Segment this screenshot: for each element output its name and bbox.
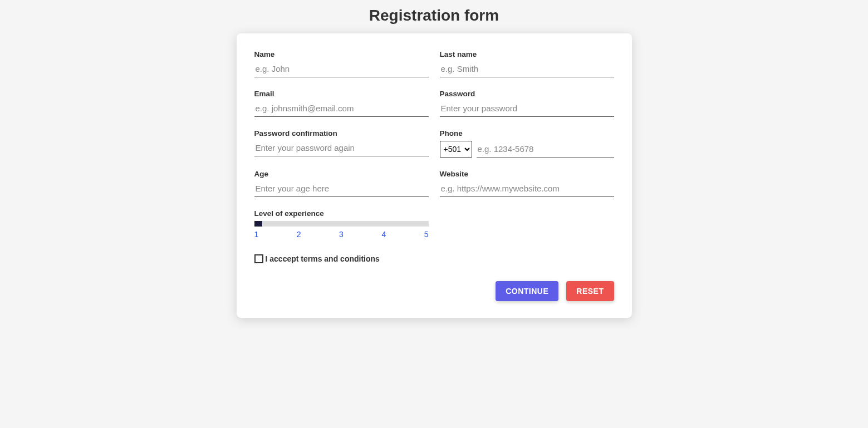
email-field-group: Email: [254, 90, 429, 117]
page-title: Registration form: [0, 0, 868, 33]
email-label: Email: [254, 90, 429, 98]
password-confirm-label: Password confirmation: [254, 129, 429, 137]
slider-tick-3: 3: [339, 230, 344, 239]
website-input[interactable]: [440, 181, 614, 197]
slider-tick-1: 1: [254, 230, 259, 239]
experience-slider-ticks: 1 2 3 4 5: [254, 230, 429, 239]
password-confirm-field-group: Password confirmation: [254, 129, 429, 158]
phone-field-group: Phone +501: [440, 129, 614, 158]
button-row: CONTINUE RESET: [254, 281, 614, 301]
phone-code-select[interactable]: +501: [440, 141, 472, 158]
phone-input[interactable]: [477, 142, 614, 158]
continue-button[interactable]: CONTINUE: [496, 281, 558, 301]
lastname-label: Last name: [440, 50, 614, 58]
experience-label: Level of experience: [254, 209, 429, 218]
experience-field-group: Level of experience 1 2 3 4 5: [254, 209, 429, 239]
experience-slider[interactable]: [254, 221, 429, 227]
experience-slider-thumb[interactable]: [254, 221, 262, 227]
name-input[interactable]: [254, 62, 429, 77]
registration-form-card: Name Last name Email Password Password c…: [237, 33, 632, 318]
reset-button[interactable]: RESET: [566, 281, 614, 301]
slider-tick-4: 4: [381, 230, 386, 239]
slider-tick-5: 5: [424, 230, 429, 239]
lastname-input[interactable]: [440, 62, 614, 77]
slider-tick-2: 2: [297, 230, 301, 239]
phone-label: Phone: [440, 129, 614, 137]
terms-checkbox[interactable]: [254, 254, 263, 263]
terms-label: I acccept terms and conditions: [266, 254, 380, 263]
password-confirm-input[interactable]: [254, 141, 429, 156]
website-label: Website: [440, 170, 614, 178]
password-field-group: Password: [440, 90, 614, 117]
age-input[interactable]: [254, 181, 429, 197]
name-label: Name: [254, 50, 429, 58]
website-field-group: Website: [440, 170, 614, 197]
name-field-group: Name: [254, 50, 429, 77]
terms-checkbox-row: I acccept terms and conditions: [254, 254, 614, 263]
age-label: Age: [254, 170, 429, 178]
lastname-field-group: Last name: [440, 50, 614, 77]
email-input[interactable]: [254, 101, 429, 117]
password-input[interactable]: [440, 101, 614, 117]
password-label: Password: [440, 90, 614, 98]
age-field-group: Age: [254, 170, 429, 197]
